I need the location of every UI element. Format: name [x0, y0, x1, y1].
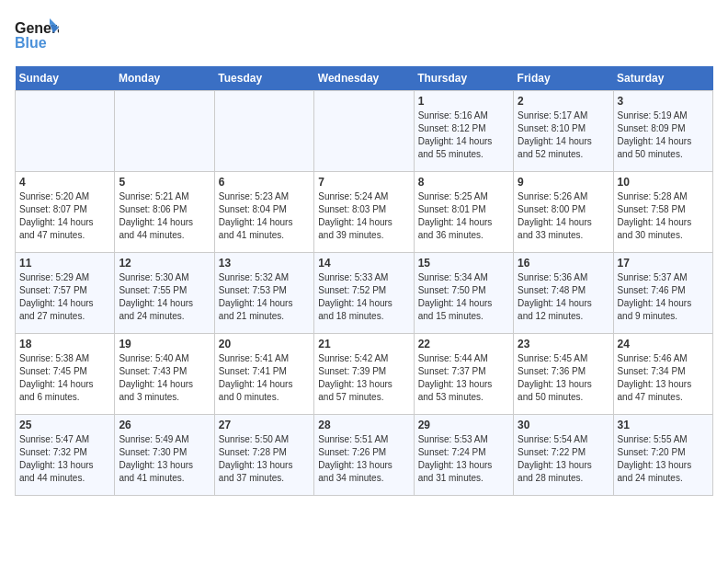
calendar-week-row: 18Sunrise: 5:38 AM Sunset: 7:45 PM Dayli…	[16, 334, 713, 415]
day-info: Sunrise: 5:19 AM Sunset: 8:09 PM Dayligh…	[618, 109, 709, 161]
day-number: 21	[318, 338, 409, 350]
calendar-cell: 20Sunrise: 5:41 AM Sunset: 7:41 PM Dayli…	[214, 334, 313, 415]
day-number: 20	[219, 338, 310, 350]
calendar-cell: 31Sunrise: 5:55 AM Sunset: 7:20 PM Dayli…	[613, 415, 712, 496]
calendar-cell: 6Sunrise: 5:23 AM Sunset: 8:04 PM Daylig…	[214, 172, 313, 253]
calendar-cell: 25Sunrise: 5:47 AM Sunset: 7:32 PM Dayli…	[16, 415, 115, 496]
day-number: 10	[618, 176, 709, 189]
day-number: 14	[318, 257, 409, 270]
svg-text:Blue: Blue	[15, 35, 47, 51]
day-number: 27	[219, 419, 310, 431]
calendar-cell: 11Sunrise: 5:29 AM Sunset: 7:57 PM Dayli…	[16, 253, 115, 334]
day-info: Sunrise: 5:30 AM Sunset: 7:55 PM Dayligh…	[119, 271, 210, 323]
header-saturday: Saturday	[613, 66, 712, 91]
day-info: Sunrise: 5:50 AM Sunset: 7:28 PM Dayligh…	[219, 433, 310, 485]
day-number: 31	[618, 419, 709, 431]
header-tuesday: Tuesday	[214, 66, 313, 91]
day-info: Sunrise: 5:49 AM Sunset: 7:30 PM Dayligh…	[119, 433, 210, 485]
logo: General Blue	[15, 15, 59, 55]
calendar-week-row: 1Sunrise: 5:16 AM Sunset: 8:12 PM Daylig…	[16, 91, 713, 172]
calendar-cell: 9Sunrise: 5:26 AM Sunset: 8:00 PM Daylig…	[514, 172, 613, 253]
calendar-cell: 7Sunrise: 5:24 AM Sunset: 8:03 PM Daylig…	[314, 172, 414, 253]
calendar-cell: 15Sunrise: 5:34 AM Sunset: 7:50 PM Dayli…	[414, 253, 513, 334]
day-number: 8	[418, 176, 509, 189]
calendar-cell: 1Sunrise: 5:16 AM Sunset: 8:12 PM Daylig…	[414, 91, 513, 172]
day-info: Sunrise: 5:46 AM Sunset: 7:34 PM Dayligh…	[618, 352, 709, 404]
day-number: 1	[418, 95, 509, 108]
calendar-cell	[115, 91, 214, 172]
calendar-cell: 29Sunrise: 5:53 AM Sunset: 7:24 PM Dayli…	[414, 415, 513, 496]
calendar-week-row: 25Sunrise: 5:47 AM Sunset: 7:32 PM Dayli…	[16, 415, 713, 496]
day-info: Sunrise: 5:45 AM Sunset: 7:36 PM Dayligh…	[518, 352, 609, 404]
day-number: 12	[119, 257, 210, 270]
day-number: 30	[518, 419, 609, 431]
day-number: 17	[618, 257, 709, 270]
day-number: 25	[19, 419, 110, 431]
day-number: 4	[19, 176, 110, 189]
day-number: 23	[518, 338, 609, 350]
calendar-cell: 8Sunrise: 5:25 AM Sunset: 8:01 PM Daylig…	[414, 172, 513, 253]
logo-icon: General Blue	[15, 15, 59, 55]
calendar-cell: 30Sunrise: 5:54 AM Sunset: 7:22 PM Dayli…	[514, 415, 613, 496]
calendar-cell	[214, 91, 313, 172]
day-info: Sunrise: 5:44 AM Sunset: 7:37 PM Dayligh…	[418, 352, 509, 404]
calendar-cell: 27Sunrise: 5:50 AM Sunset: 7:28 PM Dayli…	[214, 415, 313, 496]
calendar-cell: 13Sunrise: 5:32 AM Sunset: 7:53 PM Dayli…	[214, 253, 313, 334]
day-info: Sunrise: 5:28 AM Sunset: 7:58 PM Dayligh…	[618, 190, 709, 242]
day-info: Sunrise: 5:55 AM Sunset: 7:20 PM Dayligh…	[618, 433, 709, 485]
header-thursday: Thursday	[414, 66, 513, 91]
day-info: Sunrise: 5:25 AM Sunset: 8:01 PM Dayligh…	[418, 190, 509, 242]
day-info: Sunrise: 5:53 AM Sunset: 7:24 PM Dayligh…	[418, 433, 509, 485]
calendar-cell: 2Sunrise: 5:17 AM Sunset: 8:10 PM Daylig…	[514, 91, 613, 172]
calendar-cell: 12Sunrise: 5:30 AM Sunset: 7:55 PM Dayli…	[115, 253, 214, 334]
day-number: 11	[19, 257, 110, 270]
calendar-header-row: SundayMondayTuesdayWednesdayThursdayFrid…	[16, 66, 713, 91]
day-number: 24	[618, 338, 709, 350]
day-info: Sunrise: 5:37 AM Sunset: 7:46 PM Dayligh…	[618, 271, 709, 323]
day-info: Sunrise: 5:34 AM Sunset: 7:50 PM Dayligh…	[418, 271, 509, 323]
day-number: 5	[119, 176, 210, 189]
header-sunday: Sunday	[16, 66, 115, 91]
calendar-cell: 21Sunrise: 5:42 AM Sunset: 7:39 PM Dayli…	[314, 334, 414, 415]
calendar-cell	[314, 91, 414, 172]
calendar-table: SundayMondayTuesdayWednesdayThursdayFrid…	[15, 66, 713, 496]
day-info: Sunrise: 5:23 AM Sunset: 8:04 PM Dayligh…	[219, 190, 310, 242]
calendar-cell	[16, 91, 115, 172]
calendar-cell: 22Sunrise: 5:44 AM Sunset: 7:37 PM Dayli…	[414, 334, 513, 415]
calendar-cell: 28Sunrise: 5:51 AM Sunset: 7:26 PM Dayli…	[314, 415, 414, 496]
day-number: 16	[518, 257, 609, 270]
day-number: 28	[318, 419, 409, 431]
day-info: Sunrise: 5:40 AM Sunset: 7:43 PM Dayligh…	[119, 352, 210, 404]
day-number: 13	[219, 257, 310, 270]
day-number: 6	[219, 176, 310, 189]
day-info: Sunrise: 5:16 AM Sunset: 8:12 PM Dayligh…	[418, 109, 509, 161]
calendar-cell: 24Sunrise: 5:46 AM Sunset: 7:34 PM Dayli…	[613, 334, 712, 415]
day-number: 7	[318, 176, 409, 189]
page-header: General Blue	[15, 15, 713, 55]
day-number: 22	[418, 338, 509, 350]
day-info: Sunrise: 5:21 AM Sunset: 8:06 PM Dayligh…	[119, 190, 210, 242]
day-info: Sunrise: 5:20 AM Sunset: 8:07 PM Dayligh…	[19, 190, 110, 242]
day-number: 26	[119, 419, 210, 431]
day-number: 15	[418, 257, 509, 270]
calendar-cell: 18Sunrise: 5:38 AM Sunset: 7:45 PM Dayli…	[16, 334, 115, 415]
day-info: Sunrise: 5:29 AM Sunset: 7:57 PM Dayligh…	[19, 271, 110, 323]
calendar-week-row: 11Sunrise: 5:29 AM Sunset: 7:57 PM Dayli…	[16, 253, 713, 334]
day-info: Sunrise: 5:41 AM Sunset: 7:41 PM Dayligh…	[219, 352, 310, 404]
calendar-cell: 4Sunrise: 5:20 AM Sunset: 8:07 PM Daylig…	[16, 172, 115, 253]
day-info: Sunrise: 5:17 AM Sunset: 8:10 PM Dayligh…	[518, 109, 609, 161]
day-info: Sunrise: 5:26 AM Sunset: 8:00 PM Dayligh…	[518, 190, 609, 242]
day-info: Sunrise: 5:36 AM Sunset: 7:48 PM Dayligh…	[518, 271, 609, 323]
calendar-cell: 5Sunrise: 5:21 AM Sunset: 8:06 PM Daylig…	[115, 172, 214, 253]
day-info: Sunrise: 5:24 AM Sunset: 8:03 PM Dayligh…	[318, 190, 409, 242]
calendar-cell: 19Sunrise: 5:40 AM Sunset: 7:43 PM Dayli…	[115, 334, 214, 415]
calendar-cell: 16Sunrise: 5:36 AM Sunset: 7:48 PM Dayli…	[514, 253, 613, 334]
day-number: 9	[518, 176, 609, 189]
calendar-cell: 26Sunrise: 5:49 AM Sunset: 7:30 PM Dayli…	[115, 415, 214, 496]
day-number: 29	[418, 419, 509, 431]
day-number: 2	[518, 95, 609, 108]
day-number: 3	[618, 95, 709, 108]
day-number: 18	[19, 338, 110, 350]
calendar-cell: 10Sunrise: 5:28 AM Sunset: 7:58 PM Dayli…	[613, 172, 712, 253]
header-friday: Friday	[514, 66, 613, 91]
